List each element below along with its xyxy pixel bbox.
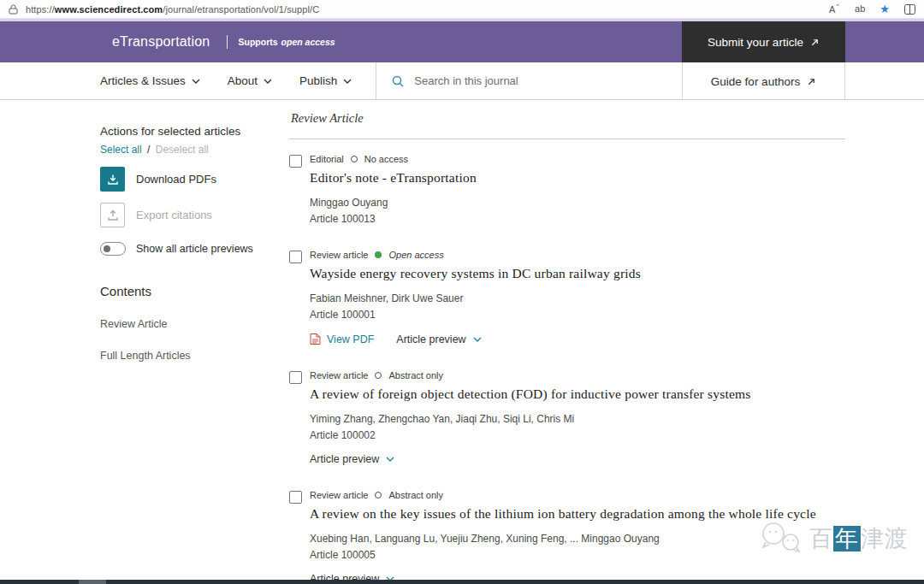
export-icon	[107, 209, 119, 221]
chevron-down-icon	[264, 79, 272, 84]
lock-icon	[9, 4, 18, 15]
article-row: Review article Open access Wayside energ…	[289, 250, 845, 345]
wechat-icon	[758, 520, 803, 557]
article-preview-toggle[interactable]: Article preview	[396, 333, 481, 345]
watermark-text: 百年津渡	[809, 523, 909, 554]
chevron-down-icon	[192, 79, 200, 84]
access-label: No access	[364, 154, 408, 164]
open-access-icon	[375, 251, 382, 258]
read-aloud-icon[interactable]: ab	[855, 4, 865, 14]
article-title-link[interactable]: A review of foreign object detection (FO…	[310, 386, 845, 402]
search-input[interactable]	[414, 74, 568, 87]
toggle-switch-icon	[100, 242, 126, 256]
actions-title: Actions for selected articles	[100, 125, 280, 138]
contents-title: Contents	[100, 284, 280, 298]
abstract-only-icon	[375, 372, 382, 379]
nav-publish[interactable]: Publish	[299, 74, 352, 87]
select-all-link[interactable]: Select all	[100, 144, 142, 156]
section-title: Review Article	[291, 111, 845, 126]
download-icon	[107, 174, 119, 186]
horizontal-scrollbar	[0, 580, 924, 584]
export-citations-button[interactable]: Export citations	[100, 203, 280, 227]
watermark: 百年津渡	[758, 520, 909, 557]
chevron-down-icon	[473, 337, 482, 342]
nav-articles-issues[interactable]: Articles & Issues	[100, 74, 200, 87]
article-type-label: Review article	[310, 370, 368, 380]
text-size-icon[interactable]: A⌃	[829, 3, 840, 15]
chevron-down-icon	[386, 457, 394, 462]
article-type-label: Review article	[310, 490, 368, 500]
split-screen-icon[interactable]	[904, 4, 915, 15]
scrollbar-thumb[interactable]	[79, 580, 106, 584]
article-type-label: Editorial	[310, 154, 344, 164]
journal-nav: Articles & Issues About Publish Guide fo…	[0, 62, 924, 100]
page: https://www.sciencedirect.com/journal/et…	[0, 0, 924, 584]
article-number: Article 100001	[310, 309, 845, 321]
access-label: Abstract only	[388, 370, 443, 380]
article-authors: Minggao Ouyang	[310, 197, 845, 209]
article-authors: Yiming Zhang, Zhengchao Yan, Jiaqi Zhu, …	[310, 413, 845, 425]
article-title-link[interactable]: Editor's note - eTransportation	[310, 170, 845, 186]
download-pdfs-button[interactable]: Download PDFs	[100, 167, 280, 192]
journal-header: eTransportation Supportsopen access Subm…	[0, 21, 924, 62]
journal-search[interactable]	[392, 74, 568, 87]
url-text[interactable]: https://www.sciencedirect.com/journal/et…	[26, 4, 319, 15]
submit-your-article-button[interactable]: Submit your article	[682, 21, 845, 62]
view-pdf-link[interactable]: View PDF	[310, 333, 374, 345]
external-link-arrow-icon	[810, 38, 820, 47]
external-link-arrow-icon	[807, 77, 816, 86]
nav-about[interactable]: About	[228, 74, 272, 87]
article-authors: Fabian Meishner, Dirk Uwe Sauer	[310, 292, 845, 304]
article-checkbox[interactable]	[289, 491, 302, 504]
article-checkbox[interactable]	[289, 371, 302, 384]
access-label: Abstract only	[388, 490, 443, 500]
no-access-icon	[351, 156, 358, 162]
article-row: Editorial No access Editor's note - eTra…	[289, 154, 845, 225]
article-number: Article 100013	[310, 213, 845, 225]
select-separator: /	[147, 144, 150, 156]
show-previews-toggle[interactable]: Show all article previews	[100, 242, 280, 256]
article-preview-toggle[interactable]: Article preview	[310, 453, 394, 465]
sidebar: Actions for selected articles Select all…	[100, 125, 280, 362]
article-row: Review article Abstract only A review of…	[289, 370, 845, 465]
contents-link-review-article[interactable]: Review Article	[100, 318, 280, 330]
abstract-only-icon	[375, 492, 382, 498]
journal-title[interactable]: eTransportation	[112, 34, 210, 50]
contents-link-full-length[interactable]: Full Length Articles	[100, 350, 280, 362]
guide-for-authors-button[interactable]: Guide for authors	[682, 62, 845, 100]
search-icon	[392, 75, 404, 87]
article-type-label: Review article	[310, 250, 368, 260]
article-title-link[interactable]: Wayside energy recovery systems in DC ur…	[310, 266, 845, 281]
section-divider	[289, 139, 845, 139]
open-access-tagline: Supportsopen access	[227, 35, 335, 49]
article-number: Article 100002	[310, 429, 845, 441]
article-checkbox[interactable]	[289, 251, 302, 263]
pdf-file-icon	[310, 333, 321, 345]
deselect-all-link[interactable]: Deselect all	[156, 144, 209, 156]
browser-address-bar[interactable]: https://www.sciencedirect.com/journal/et…	[0, 0, 924, 19]
access-label: Open access	[388, 250, 443, 260]
favorite-star-icon[interactable]: ★	[880, 3, 890, 15]
article-list: Review Article Editorial No access Edito…	[289, 100, 845, 584]
chevron-down-icon	[343, 79, 352, 84]
article-checkbox[interactable]	[289, 155, 302, 168]
nav-divider	[376, 62, 376, 100]
